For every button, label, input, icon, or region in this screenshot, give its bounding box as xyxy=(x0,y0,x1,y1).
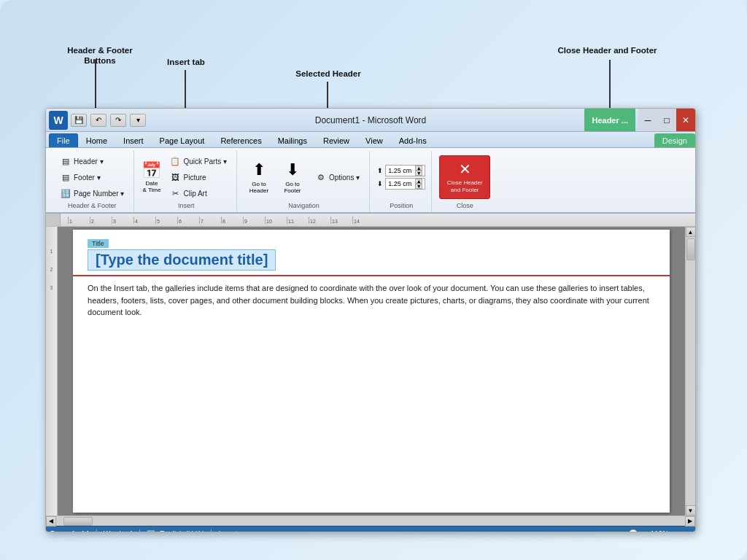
doc-page: Title [Type the document title] On the I… xyxy=(73,230,670,513)
top-inc-btn[interactable]: ▲ xyxy=(415,166,422,171)
document-body[interactable]: On the Insert tab, the galleries include… xyxy=(73,276,670,324)
go-header-icon: ⬆ xyxy=(252,160,266,179)
bottom-spinner[interactable]: ▲ ▼ xyxy=(415,179,422,189)
bottom-position-input[interactable]: 1.25 cm ▲ ▼ xyxy=(385,178,425,190)
status-div-3 xyxy=(211,529,212,533)
ruler-marks: 1 2 3 4 5 6 7 8 9 10 11 12 13 14 xyxy=(68,217,374,224)
status-mode: Insert xyxy=(218,530,236,532)
nav-sub: ⚙ Options ▾ xyxy=(311,170,363,184)
tab-page-layout[interactable]: Page Layout xyxy=(152,133,213,147)
clip-art-btn[interactable]: ✂ Clip Art xyxy=(166,186,230,201)
options-icon: ⚙ xyxy=(315,171,327,183)
footer-button[interactable]: ▤ Footer ▾ xyxy=(56,170,128,184)
ribbon: ▤ Header ▾ ▤ Footer ▾ 🔢 Page Number ▾ He… xyxy=(46,148,695,214)
scrollbar-vertical[interactable]: ▲ ▼ xyxy=(685,227,695,516)
quick-parts-icon: 📋 xyxy=(169,155,181,167)
title-bar-right: Header ... ─ □ ✕ xyxy=(584,109,695,131)
scroll-thumb[interactable] xyxy=(686,238,695,260)
header-button[interactable]: ▤ Header ▾ xyxy=(56,154,128,168)
zoom-bar[interactable] xyxy=(602,532,646,533)
annotation-close-header: Close Header and Footer xyxy=(554,45,660,55)
customize-btn[interactable]: ▾ xyxy=(130,114,146,127)
ribbon-group-close: ✕ Close Header and Footer Close xyxy=(433,151,496,212)
header-design-tab[interactable]: Header ... xyxy=(584,109,635,131)
tab-home[interactable]: Home xyxy=(78,133,115,147)
tab-design[interactable]: Design xyxy=(654,133,695,147)
insert-group-content: 📅 Date& Time 📋 Quick Parts ▾ 🖼 Picture ✂… xyxy=(142,152,230,202)
page-number-icon: 🔢 xyxy=(60,187,71,199)
tab-insert[interactable]: Insert xyxy=(115,133,152,147)
picture-btn[interactable]: 🖼 Picture xyxy=(166,170,230,184)
tab-addins[interactable]: Add-Ins xyxy=(391,133,435,147)
bottom-inc-btn[interactable]: ▲ xyxy=(415,179,422,184)
status-div-1 xyxy=(96,529,97,533)
picture-icon: 🖼 xyxy=(169,171,181,183)
tab-references[interactable]: References xyxy=(212,133,269,147)
date-time-btn[interactable]: 📅 Date& Time xyxy=(142,161,161,193)
spell-check-icon[interactable]: 🔤 xyxy=(147,530,155,532)
page-number-button[interactable]: 🔢 Page Number ▾ xyxy=(56,186,128,201)
status-language[interactable]: English (U.K.) xyxy=(160,530,205,532)
tab-mailings[interactable]: Mailings xyxy=(270,133,315,147)
zoom-thumb[interactable] xyxy=(628,529,638,533)
ruler: 1 2 3 4 5 6 7 8 9 10 11 12 13 14 xyxy=(46,214,695,227)
doc-content[interactable]: Title [Type the document title] On the I… xyxy=(58,227,685,516)
close-group-content: ✕ Close Header and Footer xyxy=(439,152,490,202)
scroll-left-btn[interactable]: ◀ xyxy=(46,516,56,526)
status-bar: Page: 1 of 1 Words: 4 🔤 English (U.K.) I… xyxy=(46,526,695,532)
close-window-btn[interactable]: ✕ xyxy=(676,109,695,131)
title-bar: W 💾 ↶ ↷ ▾ Document1 - Microsoft Word Hea… xyxy=(46,109,695,132)
top-position-input[interactable]: 1.25 cm ▲ ▼ xyxy=(385,165,425,176)
scroll-down-btn[interactable]: ▼ xyxy=(686,505,696,516)
status-div-2 xyxy=(139,529,140,533)
scroll-up-btn[interactable]: ▲ xyxy=(686,227,696,237)
ribbon-group-header-footer: ▤ Header ▾ ▤ Footer ▾ 🔢 Page Number ▾ He… xyxy=(50,151,134,212)
ribbon-group-close-label: Close xyxy=(457,202,473,211)
minimize-btn[interactable]: ─ xyxy=(638,109,657,131)
ribbon-group-navigation: ⬆ Go toHeader ⬇ Go toFooter ⚙ Options ▾ … xyxy=(239,151,370,212)
view-btn-1[interactable]: ▦ xyxy=(568,529,576,533)
tab-file[interactable]: File xyxy=(49,133,78,147)
ribbon-group-nav-label: Navigation xyxy=(288,202,320,211)
view-btn-2[interactable]: ⊞ xyxy=(581,529,588,533)
date-time-icon: 📅 xyxy=(142,161,161,180)
position-content: ⬆ 1.25 cm ▲ ▼ ⬇ 1.25 cm ▲ xyxy=(377,152,425,202)
status-zoom: 110% xyxy=(650,530,669,532)
navigation-content: ⬆ Go toHeader ⬇ Go toFooter ⚙ Options ▾ xyxy=(244,152,363,202)
bottom-dec-btn[interactable]: ▼ xyxy=(415,184,422,189)
close-x-icon: ✕ xyxy=(459,160,471,178)
scroll-h-track xyxy=(56,516,685,526)
clip-art-icon: ✂ xyxy=(169,187,181,199)
ruler-corner xyxy=(46,214,61,226)
top-position-row: ⬆ 1.25 cm ▲ ▼ xyxy=(377,165,425,176)
ribbon-group-position: ⬆ 1.25 cm ▲ ▼ ⬇ 1.25 cm ▲ xyxy=(371,151,432,212)
redo-btn[interactable]: ↷ xyxy=(110,114,126,127)
options-btn[interactable]: ⚙ Options ▾ xyxy=(311,170,363,184)
quick-save-btn[interactable]: 💾 xyxy=(71,114,87,127)
go-to-header-btn[interactable]: ⬆ Go toHeader xyxy=(244,158,274,197)
document-header-title[interactable]: [Type the document title] xyxy=(88,249,276,271)
scroll-right-btn[interactable]: ▶ xyxy=(685,516,695,526)
insert-sub-group: 📋 Quick Parts ▾ 🖼 Picture ✂ Clip Art xyxy=(166,154,230,201)
ribbon-group-hf-label: Header & Footer xyxy=(68,202,117,211)
top-spinner[interactable]: ▲ ▼ xyxy=(415,166,422,176)
quick-parts-btn[interactable]: 📋 Quick Parts ▾ xyxy=(166,154,230,168)
footer-icon: ▤ xyxy=(60,171,71,183)
tab-review[interactable]: Review xyxy=(315,133,357,147)
header-tag: Title xyxy=(88,239,109,248)
view-btn-3[interactable]: ≡ xyxy=(592,529,597,533)
top-dec-btn[interactable]: ▼ xyxy=(415,171,422,176)
scrollbar-horizontal[interactable]: ◀ ▶ xyxy=(46,516,695,526)
body-text: On the Insert tab, the galleries include… xyxy=(88,282,655,319)
close-header-footer-btn[interactable]: ✕ Close Header and Footer xyxy=(439,155,490,199)
zoom-in-btn[interactable]: ⊕ xyxy=(685,530,691,532)
maximize-btn[interactable]: □ xyxy=(657,109,676,131)
undo-btn[interactable]: ↶ xyxy=(90,114,107,127)
go-footer-icon: ⬇ xyxy=(286,160,299,179)
go-to-footer-btn[interactable]: ⬇ Go toFooter xyxy=(278,158,307,197)
scroll-h-thumb[interactable] xyxy=(63,517,93,526)
annotation-insert-tab: Insert tab xyxy=(157,57,215,67)
status-words: Words: 4 xyxy=(104,530,133,532)
zoom-out-btn[interactable]: — xyxy=(673,530,681,532)
tab-view[interactable]: View xyxy=(357,133,391,147)
